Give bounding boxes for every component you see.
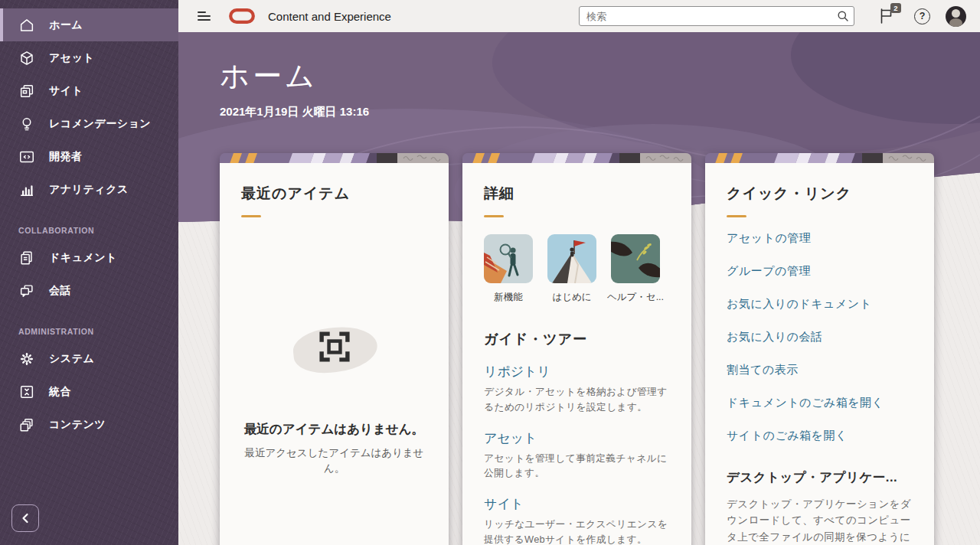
recent-items-card: 最近のアイテム 最近のアイテムはありません。 最近アクセスしたアイテムはありませ… xyxy=(220,153,449,545)
quick-links-title: クイック・リンク xyxy=(727,184,913,204)
details-card-body: 詳細 xyxy=(462,163,691,545)
sidebar-item-label: アナリティクス xyxy=(49,183,129,197)
whats-new-thumbnail xyxy=(484,234,533,283)
avatar-body-shape xyxy=(949,18,962,27)
sidebar-item-assets[interactable]: アセット xyxy=(0,41,178,74)
desktop-app-description: デスクトップ・アプリケーションをダウンロードして、すべてのコンピュータ上で全ファ… xyxy=(727,496,913,545)
sidebar-item-developer[interactable]: 開発者 xyxy=(0,140,178,173)
sidebar-item-label: レコメンデーション xyxy=(49,117,151,131)
quick-link-view-assignments[interactable]: 割当ての表示 xyxy=(727,354,913,387)
recent-items-title: 最近のアイテム xyxy=(241,184,427,204)
accent-dash xyxy=(484,215,504,217)
sidebar-item-recommendations[interactable]: レコメンデーション xyxy=(0,107,178,140)
desktop-app-heading: デスクトップ・アプリケー... xyxy=(727,469,913,486)
accent-dash xyxy=(727,215,746,217)
empty-state-title: 最近のアイテムはありません。 xyxy=(241,419,427,439)
details-card: 詳細 xyxy=(462,153,691,545)
quick-link-favorite-conversations[interactable]: お気に入りの会話 xyxy=(727,321,913,354)
tile-label: ヘルプ・セ... xyxy=(607,291,664,304)
recent-items-card-body: 最近のアイテム 最近のアイテムはありません。 最近アクセスしたアイテムはありませ… xyxy=(220,163,449,545)
tour-description: デジタル・アセットを格納および管理するためのリポジトリを設定します。 xyxy=(484,384,670,415)
sidebar-item-system[interactable]: システム xyxy=(0,342,178,375)
sidebar-item-home[interactable]: ホーム xyxy=(0,8,178,41)
quick-link-manage-groups[interactable]: グループの管理 xyxy=(727,255,913,288)
sidebar-item-analytics[interactable]: アナリティクス xyxy=(0,173,178,206)
search-icon[interactable] xyxy=(837,10,849,25)
sidebar-item-label: 統合 xyxy=(49,385,71,399)
sidebar-section-administration: ADMINISTRATION xyxy=(0,307,178,342)
tour-link[interactable]: サイト xyxy=(484,495,524,513)
sites-icon xyxy=(18,82,36,100)
sidebar-item-sites[interactable]: サイト xyxy=(0,74,178,107)
search-input[interactable] xyxy=(579,6,854,26)
quick-link-manage-assets[interactable]: アセットの管理 xyxy=(727,222,913,255)
guided-tours-heading: ガイド・ツアー xyxy=(484,330,670,348)
cards-row: 最近のアイテム 最近のアイテムはありません。 最近アクセスしたアイテムはありませ… xyxy=(220,153,934,545)
sidebar-nav: ホーム アセット サイト レコメンデーション xyxy=(0,0,178,441)
getting-started-thumbnail xyxy=(547,234,596,283)
home-icon xyxy=(18,16,36,34)
sidebar-item-documents[interactable]: ドキュメント xyxy=(0,241,178,274)
tour-description: アセットを管理して事前定義チャネルに公開します。 xyxy=(484,451,670,481)
avatar-head-shape xyxy=(952,9,960,18)
quick-links-card-body: クイック・リンク アセットの管理 グループの管理 お気に入りのドキュメント お気… xyxy=(705,163,934,545)
quick-link-documents-trash[interactable]: ドキュメントのごみ箱を開く xyxy=(727,387,913,419)
tour-description: リッチなユーザー・エクスペリエンスを提供するWebサイトを作成します。 xyxy=(484,517,670,545)
sidebar-item-label: コンテンツ xyxy=(49,418,106,432)
recent-items-empty-state: 最近のアイテムはありません。 最近アクセスしたアイテムはありません。 xyxy=(241,317,427,477)
hero-text-block: ホーム 2021年1月19日 火曜日 13:16 xyxy=(220,57,369,119)
tour-link[interactable]: リポジトリ xyxy=(484,363,550,380)
tile-getting-started[interactable]: はじめに xyxy=(547,234,596,304)
oracle-logo xyxy=(228,8,256,24)
chevron-left-icon xyxy=(21,513,29,524)
documents-icon xyxy=(18,249,36,267)
tile-label: はじめに xyxy=(552,291,591,304)
sidebar-item-label: 開発者 xyxy=(49,150,83,164)
sidebar-item-label: アセット xyxy=(49,51,94,65)
tile-whats-new[interactable]: 新機能 xyxy=(484,234,533,304)
developer-icon xyxy=(18,148,36,166)
sidebar-item-label: ホーム xyxy=(49,18,83,32)
page-date: 2021年1月19日 火曜日 13:16 xyxy=(220,105,369,119)
page-title: ホーム xyxy=(220,57,369,96)
main-content-area: ホーム 2021年1月19日 火曜日 13:16 xyxy=(178,32,980,545)
card-top-decoration xyxy=(462,153,691,163)
sidebar-item-label: サイト xyxy=(49,84,83,98)
analytics-icon xyxy=(18,181,36,199)
notifications-flag-button[interactable]: 2 xyxy=(877,6,897,26)
hamburger-menu-icon[interactable] xyxy=(198,11,211,21)
empty-state-subtitle: 最近アクセスしたアイテムはありません。 xyxy=(241,445,427,478)
gear-icon xyxy=(18,350,36,368)
help-icon[interactable]: ? xyxy=(914,8,930,24)
sidebar-item-label: システム xyxy=(49,352,94,366)
sidebar-item-conversations[interactable]: 会話 xyxy=(0,274,178,307)
user-avatar[interactable] xyxy=(946,6,966,27)
card-top-decoration xyxy=(705,153,934,163)
quick-link-sites-trash[interactable]: サイトのごみ箱を開く xyxy=(727,419,913,452)
notification-count-badge: 2 xyxy=(890,3,901,13)
conversations-icon xyxy=(18,282,36,300)
scan-frame-icon xyxy=(289,317,381,377)
tour-item-sites: サイト リッチなユーザー・エクスペリエンスを提供するWebサイトを作成します。 xyxy=(484,495,670,545)
sidebar-item-content[interactable]: コンテンツ xyxy=(0,408,178,441)
details-tiles: 新機能 xyxy=(484,234,670,304)
sidebar-section-collaboration: COLLABORATION xyxy=(0,206,178,241)
search-box xyxy=(579,6,854,26)
quick-link-favorite-documents[interactable]: お気に入りのドキュメント xyxy=(727,288,913,321)
card-top-decoration xyxy=(220,153,449,163)
app-window: ホーム アセット サイト レコメンデーション xyxy=(0,0,980,545)
app-title: Content and Experience xyxy=(268,10,391,23)
tour-item-repositories: リポジトリ デジタル・アセットを格納および管理するためのリポジトリを設定します。 xyxy=(484,363,670,415)
accent-dash xyxy=(241,215,261,217)
sidebar: ホーム アセット サイト レコメンデーション xyxy=(0,0,178,545)
sidebar-item-label: 会話 xyxy=(49,284,71,298)
sidebar-collapse-button[interactable] xyxy=(11,504,39,532)
lightbulb-icon xyxy=(18,115,36,133)
assets-cube-icon xyxy=(18,49,36,67)
sidebar-item-integration[interactable]: 統合 xyxy=(0,375,178,408)
quick-links-list: アセットの管理 グループの管理 お気に入りのドキュメント お気に入りの会話 割当… xyxy=(727,222,913,452)
tile-help-center[interactable]: ヘルプ・セ... xyxy=(611,234,660,304)
details-title: 詳細 xyxy=(484,184,670,204)
tour-link[interactable]: アセット xyxy=(484,429,537,447)
content-icon xyxy=(18,416,36,434)
